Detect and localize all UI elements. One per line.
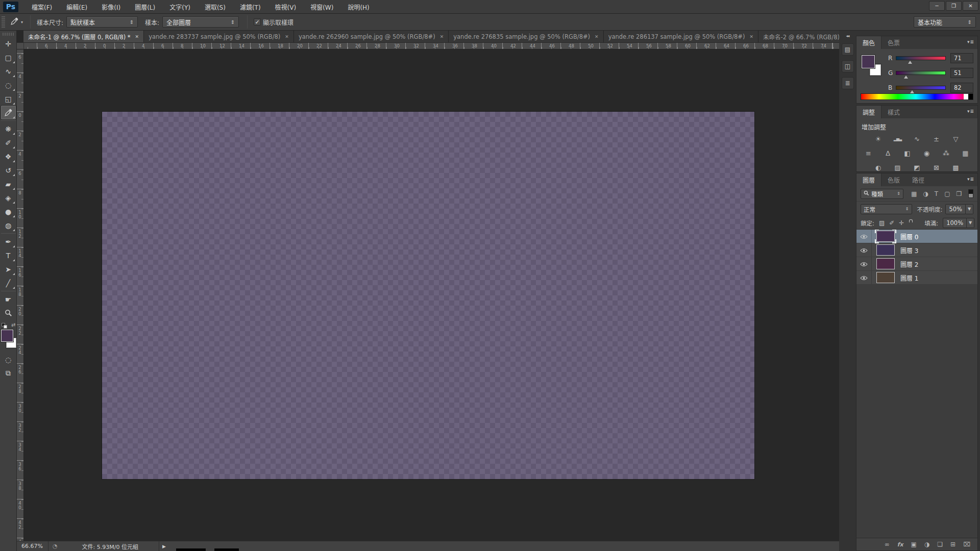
hue-saturation-icon[interactable]: ≡ <box>863 148 875 158</box>
color-spectrum-ramp[interactable] <box>861 93 973 100</box>
panel-tab-樣式[interactable]: 樣式 <box>881 106 906 118</box>
menu-item-選取[interactable]: 選取(S) <box>198 0 233 13</box>
layer-thumbnail[interactable] <box>876 244 895 256</box>
line-tool[interactable]: ╱ <box>1 276 16 290</box>
panel-menu-icon[interactable]: ▾≣ <box>967 177 974 182</box>
zoom-tool[interactable] <box>1 306 16 320</box>
filter-adjustment-layers-icon[interactable]: ◑ <box>923 190 928 197</box>
chevron-down-icon[interactable]: ▼ <box>966 204 973 214</box>
lock-transparency-icon[interactable]: ▨ <box>879 219 885 227</box>
type-tool[interactable]: T <box>1 248 16 262</box>
delete-layer-icon[interactable]: ⌧ <box>963 541 970 548</box>
clone-stamp-tool[interactable]: ❖ <box>1 149 16 163</box>
panel-menu-icon[interactable]: ▾≣ <box>967 109 974 114</box>
collapsed-properties-panel-icon[interactable]: ≣ <box>842 77 854 89</box>
curves-icon[interactable]: ∿ <box>911 134 923 144</box>
dodge-tool[interactable]: ◍ <box>1 218 16 232</box>
sample-dropdown[interactable]: 全部圖層 ⇕ <box>162 16 239 28</box>
quick-mask-button[interactable]: ◌ <box>1 353 16 366</box>
options-bar-grip[interactable] <box>2 16 5 28</box>
menu-item-圖層[interactable]: 圖層(L) <box>128 0 162 13</box>
document-tab[interactable]: yande.re 262960 sample.jpg @ 50% (RGB/8#… <box>294 31 449 42</box>
selective-color-icon[interactable]: ▩ <box>950 163 962 172</box>
layer-name[interactable]: 圖層 1 <box>900 273 918 282</box>
document-tab[interactable]: 未命名-1 @ 66.7% (圖層 0, RGB/8) *✕ <box>23 31 144 42</box>
lock-paint-icon[interactable]: ✐ <box>889 219 894 227</box>
menu-item-濾鏡[interactable]: 濾鏡(T) <box>233 0 268 13</box>
layer-name[interactable]: 圖層 3 <box>900 246 918 255</box>
quick-selection-tool[interactable]: ◌ <box>1 78 16 92</box>
layer-row[interactable]: 圖層 2 <box>856 257 977 271</box>
lock-position-icon[interactable]: ✛ <box>899 219 904 227</box>
brightness-contrast-icon[interactable]: ☀ <box>872 134 885 144</box>
panel-tab-色票[interactable]: 色票 <box>881 36 906 49</box>
color-lookup-icon[interactable]: ▦ <box>960 148 972 158</box>
panel-tab-色版[interactable]: 色版 <box>881 173 906 186</box>
layer-visibility-toggle[interactable] <box>856 257 872 270</box>
white-swatch[interactable] <box>964 94 968 99</box>
document-canvas[interactable] <box>102 112 754 479</box>
layer-name[interactable]: 圖層 2 <box>900 260 918 268</box>
levels-icon[interactable]: ▂▅▃ <box>892 134 904 144</box>
close-tab-icon[interactable]: ✕ <box>285 34 289 39</box>
hand-tool[interactable]: ☛ <box>1 292 16 306</box>
close-tab-icon[interactable]: ✕ <box>135 34 139 39</box>
panel-tab-顏色[interactable]: 顏色 <box>856 36 881 49</box>
layer-visibility-toggle[interactable] <box>856 243 872 257</box>
panel-menu-icon[interactable]: ▾≣ <box>967 39 974 44</box>
layer-row[interactable]: 圖層 1 <box>856 271 977 285</box>
close-tab-icon[interactable]: ✕ <box>749 34 753 39</box>
layer-filter-toggle[interactable] <box>968 189 973 198</box>
link-layers-icon[interactable]: ∞ <box>885 541 890 548</box>
pen-tool[interactable]: ✒ <box>1 235 16 248</box>
paint-bucket-tool[interactable]: ◈ <box>1 191 16 205</box>
swap-colors-icon[interactable]: ⇄ <box>11 322 15 328</box>
workspace-switcher[interactable]: 基本功能 ⇕ <box>914 16 976 28</box>
close-button[interactable]: ✕ <box>963 1 978 11</box>
spot-healing-brush-tool[interactable]: ❋ <box>1 122 16 136</box>
default-colors-icon[interactable] <box>2 323 7 329</box>
filter-shape-layers-icon[interactable]: ▢ <box>944 190 950 197</box>
eraser-tool[interactable]: ▰ <box>1 177 16 191</box>
fill-value[interactable]: 100% <box>943 218 967 228</box>
document-tab[interactable]: yande.re 286137 sample.jpg @ 50% (RGB/8#… <box>604 31 758 42</box>
layer-name[interactable]: 圖層 0 <box>900 232 918 241</box>
tool-preset-picker[interactable]: ▾ <box>5 17 26 27</box>
panel-tab-路徑[interactable]: 路徑 <box>906 173 930 186</box>
brush-tool[interactable]: ✐ <box>1 136 16 149</box>
black-white-icon[interactable]: ◧ <box>901 148 914 158</box>
menu-item-檢視[interactable]: 檢視(V) <box>268 0 304 13</box>
filter-pixel-layers-icon[interactable]: ▦ <box>911 190 917 197</box>
show-sampling-ring-checkbox[interactable]: ✓ <box>254 18 261 26</box>
slider-thumb[interactable] <box>904 76 908 79</box>
status-expand-button[interactable]: ▶ <box>162 544 166 549</box>
filter-type-layers-icon[interactable]: T <box>935 190 938 197</box>
gradient-map-icon[interactable]: ⊠ <box>930 163 943 172</box>
layer-style-icon[interactable]: fx <box>897 541 903 548</box>
channel-value-field[interactable]: 82 <box>950 83 973 93</box>
restore-button[interactable]: ❐ <box>946 1 962 11</box>
layer-visibility-toggle[interactable] <box>856 230 872 243</box>
zoom-level-field[interactable]: 66.67% <box>17 541 48 551</box>
document-tab[interactable]: yande.re 276835 sample.jpg @ 50% (RGB/8#… <box>449 31 603 42</box>
vibrance-icon[interactable]: ▽ <box>950 134 962 144</box>
add-layer-mask-icon[interactable]: ▣ <box>911 541 917 548</box>
lasso-tool[interactable]: ∿ <box>1 64 16 78</box>
blend-mode-dropdown[interactable]: 正常 ⇕ <box>861 204 912 214</box>
menu-item-說明[interactable]: 說明(H) <box>340 0 376 13</box>
toolbar-grip[interactable] <box>3 33 14 36</box>
new-group-icon[interactable]: ❏ <box>937 541 943 548</box>
photo-filter-icon[interactable]: ◉ <box>921 148 933 158</box>
menu-item-影像[interactable]: 影像(I) <box>94 0 128 13</box>
channel-value-field[interactable]: 71 <box>950 53 973 63</box>
new-layer-icon[interactable]: ⊞ <box>950 541 955 548</box>
invert-icon[interactable]: ◐ <box>872 163 885 172</box>
black-swatch[interactable] <box>968 94 973 99</box>
path-selection-tool[interactable]: ➤ <box>1 262 16 276</box>
layer-row[interactable]: 圖層 0 <box>856 230 977 243</box>
exposure-icon[interactable]: ± <box>930 134 943 144</box>
menu-item-文字[interactable]: 文字(Y) <box>162 0 198 13</box>
collapsed-navigator-panel-icon[interactable]: ◫ <box>842 60 854 72</box>
rectangular-marquee-tool[interactable]: ▢ <box>1 51 16 64</box>
collapsed-history-panel-icon[interactable]: ▤ <box>842 43 854 56</box>
